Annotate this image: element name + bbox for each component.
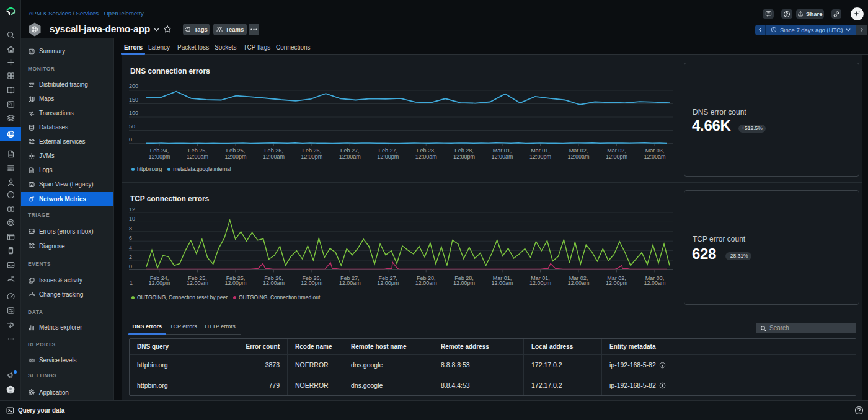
- svg-text:Feb 24,: Feb 24,: [150, 147, 169, 154]
- svg-text:12:00am: 12:00am: [187, 280, 208, 286]
- svg-text:10: 10: [129, 216, 135, 222]
- svg-text:12:00am: 12:00am: [415, 280, 437, 286]
- svg-text:12:00pm: 12:00pm: [453, 154, 475, 160]
- svg-text:12:00pm: 12:00pm: [377, 154, 399, 160]
- svg-text:Mar 01,: Mar 01,: [493, 147, 512, 154]
- svg-text:12:00am: 12:00am: [644, 154, 665, 160]
- svg-text:150: 150: [129, 97, 138, 103]
- svg-text:12:00am: 12:00am: [644, 280, 665, 286]
- svg-text:12:00am: 12:00am: [339, 154, 361, 160]
- svg-text:12:00pm: 12:00pm: [453, 280, 475, 286]
- svg-text:Feb 25,: Feb 25,: [188, 147, 207, 154]
- svg-text:1: 1: [130, 280, 133, 286]
- svg-text:12:00am: 12:00am: [492, 154, 513, 160]
- svg-text:12:00am: 12:00am: [263, 154, 285, 160]
- svg-text:12:00am: 12:00am: [567, 280, 589, 286]
- svg-text:12:00am: 12:00am: [492, 280, 513, 286]
- svg-text:Feb 27,: Feb 27,: [340, 147, 360, 154]
- svg-text:12:00pm: 12:00pm: [606, 280, 627, 286]
- svg-text:Feb 25,: Feb 25,: [226, 147, 246, 154]
- svg-text:12:00am: 12:00am: [263, 280, 285, 286]
- svg-text:12:00pm: 12:00pm: [377, 280, 399, 286]
- svg-text:Feb 26,: Feb 26,: [303, 147, 322, 154]
- svg-text:12:00pm: 12:00pm: [224, 280, 246, 286]
- svg-text:12:00pm: 12:00pm: [301, 280, 322, 286]
- svg-text:0: 0: [129, 136, 132, 142]
- svg-text:Feb 27,: Feb 27,: [378, 147, 397, 154]
- svg-text:2: 2: [129, 254, 132, 260]
- svg-text:12:00am: 12:00am: [567, 154, 589, 160]
- svg-text:12:00pm: 12:00pm: [529, 280, 551, 286]
- svg-text:Mar 01,: Mar 01,: [531, 147, 550, 154]
- svg-text:Feb 28,: Feb 28,: [417, 147, 436, 154]
- svg-text:12:00pm: 12:00pm: [148, 154, 170, 160]
- svg-text:12:00pm: 12:00pm: [606, 154, 627, 160]
- svg-text:12:00pm: 12:00pm: [224, 154, 246, 160]
- svg-text:4: 4: [129, 245, 132, 251]
- svg-text:200: 200: [129, 83, 138, 89]
- svg-text:12:00pm: 12:00pm: [301, 154, 322, 160]
- svg-text:12: 12: [129, 208, 135, 212]
- svg-text:12:00pm: 12:00pm: [529, 154, 551, 160]
- svg-text:12:00am: 12:00am: [187, 154, 208, 160]
- svg-text:100: 100: [129, 110, 138, 116]
- svg-text:Mar 02,: Mar 02,: [607, 147, 626, 154]
- svg-text:12:00pm: 12:00pm: [148, 280, 170, 286]
- svg-text:6: 6: [129, 235, 132, 241]
- svg-text:Mar 02,: Mar 02,: [569, 147, 588, 154]
- svg-text:Feb 28,: Feb 28,: [454, 147, 474, 154]
- svg-text:50: 50: [129, 123, 135, 129]
- svg-text:Mar 03,: Mar 03,: [645, 147, 665, 154]
- svg-text:12:00am: 12:00am: [415, 154, 437, 160]
- svg-text:0: 0: [129, 263, 132, 269]
- svg-text:12:00am: 12:00am: [339, 280, 361, 286]
- svg-text:8: 8: [129, 225, 132, 232]
- svg-text:Feb 26,: Feb 26,: [264, 147, 283, 154]
